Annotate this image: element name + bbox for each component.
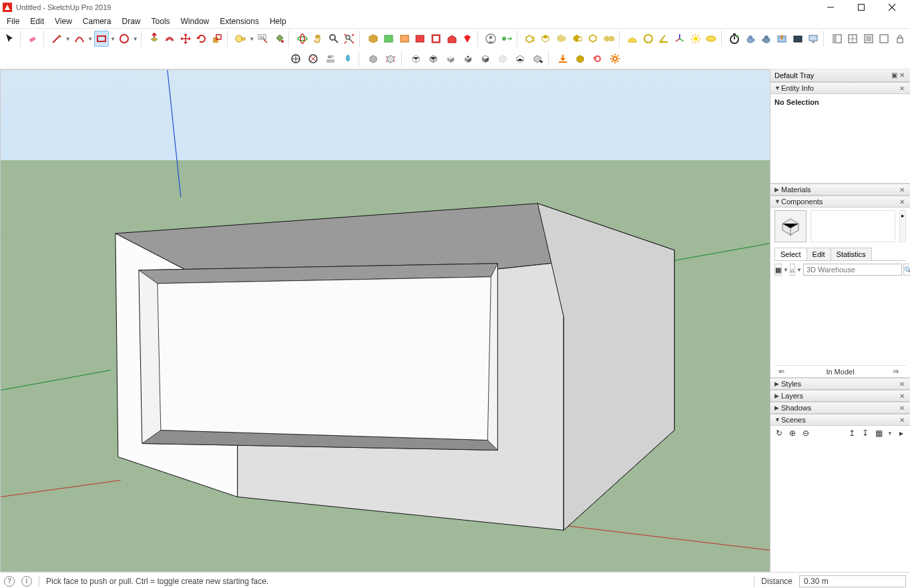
shaded-tex-icon[interactable]	[460, 51, 476, 67]
help-icon[interactable]: ?	[4, 576, 15, 587]
move-tool-icon[interactable]	[178, 31, 193, 47]
menu-draw[interactable]: Draw	[117, 15, 146, 27]
zoom-tool-icon[interactable]	[326, 31, 341, 47]
import-icon[interactable]	[555, 51, 571, 67]
nav-back-icon[interactable]: ⇐	[778, 367, 788, 376]
monitor-icon[interactable]	[807, 31, 821, 47]
menu-view[interactable]: View	[49, 15, 77, 27]
zoom-extents-icon[interactable]	[343, 31, 357, 47]
tab-edit[interactable]: Edit	[807, 248, 831, 260]
menu-help[interactable]: Help	[264, 15, 292, 27]
sun-icon[interactable]	[688, 31, 703, 47]
line-tool-dropdown[interactable]: ▼	[65, 36, 71, 42]
outer-shell-icon[interactable]	[365, 51, 381, 67]
circle-tool-icon[interactable]	[117, 31, 132, 47]
protractor-icon[interactable]	[625, 31, 640, 47]
scale-tool-icon[interactable]	[210, 31, 224, 47]
panel-materials[interactable]: ▶ Materials ✕	[770, 184, 910, 196]
orbit-tool-icon[interactable]	[295, 31, 310, 47]
viewport[interactable]	[0, 69, 770, 572]
ruby-icon[interactable]	[460, 31, 475, 47]
wireframe-icon[interactable]	[408, 51, 424, 67]
make-component-icon[interactable]	[572, 51, 588, 67]
solid-trim-icon[interactable]	[586, 31, 601, 47]
drop-icon[interactable]	[340, 51, 356, 67]
back-edges-icon[interactable]	[512, 51, 528, 67]
scene-remove-icon[interactable]: ⊖	[801, 428, 811, 438]
close-icon[interactable]: ✕	[898, 85, 906, 92]
mono-icon[interactable]	[477, 51, 493, 67]
close-icon[interactable]: ✕	[898, 198, 906, 206]
menu-extensions[interactable]: Extensions	[214, 15, 264, 27]
scene-list-icon[interactable]: ▦	[874, 428, 883, 438]
maximize-button[interactable]	[846, 0, 877, 15]
settings-gear-icon[interactable]	[607, 51, 623, 67]
solid-split-icon[interactable]	[602, 31, 616, 47]
lock-icon[interactable]	[893, 31, 907, 47]
menu-tools[interactable]: Tools	[146, 15, 176, 27]
solid-subtract-icon[interactable]	[570, 31, 585, 47]
scene-menu-icon[interactable]: ▸	[897, 428, 906, 438]
teapot-alt-icon[interactable]	[759, 31, 774, 47]
solid-intersect-icon[interactable]	[539, 31, 553, 47]
line-tool-icon[interactable]	[49, 31, 64, 47]
close-icon[interactable]: ✕	[898, 404, 906, 412]
export-image-icon[interactable]	[774, 31, 789, 47]
select-tool-icon[interactable]	[3, 31, 17, 47]
section-cut-icon[interactable]	[397, 31, 412, 47]
tape-dropdown[interactable]: ▼	[249, 36, 254, 42]
section-plane-icon[interactable]	[366, 31, 381, 47]
tab-select[interactable]: Select	[774, 248, 807, 260]
sandbox-scratch-icon[interactable]	[305, 51, 321, 67]
ellipse-icon[interactable]	[704, 31, 718, 47]
close-icon[interactable]: ✕	[898, 392, 906, 400]
reload-icon[interactable]	[590, 51, 606, 67]
scene-up-icon[interactable]: ↥	[847, 428, 857, 438]
component-menu-icon[interactable]: ▸	[899, 210, 906, 242]
close-icon[interactable]: ✕	[898, 186, 906, 194]
text-tool-icon[interactable]: A1	[256, 31, 270, 47]
panel-entity-info[interactable]: ▼ Entity Info ✕	[770, 82, 910, 94]
measurement-input[interactable]: 0.30 m	[799, 575, 906, 587]
explode-icon[interactable]	[383, 51, 399, 67]
axes-tool-icon[interactable]	[672, 31, 687, 47]
close-icon[interactable]: ✕	[898, 380, 906, 388]
menu-file[interactable]: File	[1, 15, 25, 27]
tray-pin-icon[interactable]: ▣	[890, 71, 898, 79]
close-icon[interactable]: ✕	[898, 416, 906, 424]
teapot-icon[interactable]	[743, 31, 758, 47]
tape-measure-icon[interactable]	[234, 31, 248, 47]
shaded-icon[interactable]	[443, 51, 459, 67]
layout-c-icon[interactable]	[861, 31, 876, 47]
arc-tool-icon[interactable]	[72, 31, 87, 47]
layout-b-icon[interactable]	[845, 31, 860, 47]
close-button[interactable]	[877, 0, 907, 15]
panel-components[interactable]: ▼ Components ✕	[770, 196, 910, 208]
rectangle-tool-icon[interactable]	[94, 31, 109, 47]
circle-tool-dropdown[interactable]: ▼	[133, 36, 138, 42]
rotate-tool-icon[interactable]	[194, 31, 209, 47]
tray-titlebar[interactable]: Default Tray ▣ ✕	[770, 69, 910, 82]
solid-outer-icon[interactable]	[523, 31, 537, 47]
scene-add-icon[interactable]: ⊕	[788, 428, 797, 438]
style-tool-icon[interactable]	[429, 31, 443, 47]
chronometer-icon[interactable]	[728, 31, 742, 47]
nav-fwd-icon[interactable]: ⇒	[893, 367, 902, 376]
arc-tool-dropdown[interactable]: ▼	[87, 36, 93, 42]
menu-camera[interactable]: Camera	[77, 15, 117, 27]
select-all-icon[interactable]	[529, 51, 545, 67]
menu-window[interactable]: Window	[176, 15, 215, 27]
panel-scenes[interactable]: ▼ Scenes ✕	[770, 414, 910, 426]
warehouse-search-input[interactable]	[803, 264, 902, 276]
section-fill-icon[interactable]	[413, 31, 428, 47]
minimize-button[interactable]	[815, 0, 846, 15]
solid-union-icon[interactable]	[554, 31, 569, 47]
tab-statistics[interactable]: Statistics	[831, 248, 872, 260]
pan-tool-icon[interactable]	[310, 31, 325, 47]
layout-d-icon[interactable]	[877, 31, 892, 47]
section-display-icon[interactable]	[381, 31, 396, 47]
search-icon[interactable]: 🔍	[903, 264, 910, 276]
render-icon[interactable]	[790, 31, 805, 47]
layout-a-icon[interactable]	[830, 31, 845, 47]
menu-edit[interactable]: Edit	[25, 15, 49, 27]
